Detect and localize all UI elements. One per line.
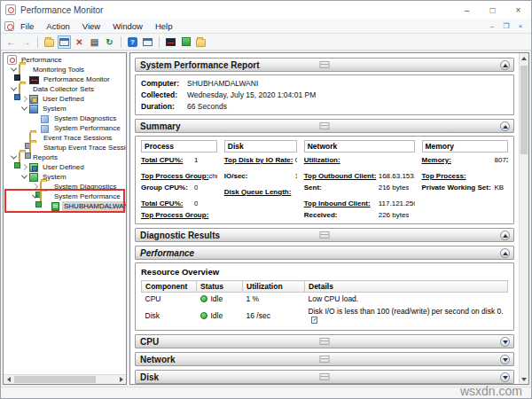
menu-bar: File Action View Window Help – ❐ × (1, 19, 531, 34)
collapse-button[interactable] (500, 121, 510, 131)
scroll-right-icon[interactable] (116, 375, 126, 384)
sidebar-item-system-diagnostics-reports[interactable]: System Diagnostics (4, 182, 126, 192)
mdi-minimize-icon[interactable]: – (485, 22, 499, 30)
section-disk: Disk (135, 370, 514, 384)
sidebar-item-event-trace-sessions[interactable]: Event Trace Sessions (4, 133, 126, 143)
menu-view[interactable]: View (76, 20, 106, 33)
folder-chart-icon (19, 65, 28, 74)
open-log-icon[interactable] (194, 35, 207, 49)
col-status: Status (197, 281, 243, 293)
sidebar-item-user-defined-reports[interactable]: User Defined (4, 162, 126, 172)
duration-value: 66 Seconds (187, 102, 227, 111)
mdi-restore-icon[interactable]: ❐ (499, 22, 513, 30)
sidebar-item-user-defined-dcs[interactable]: User Defined (4, 94, 126, 104)
report-vertical-scrollbar[interactable] (519, 53, 528, 384)
expand-button[interactable] (500, 355, 510, 364)
report-panel: System Performance Report Computer:SHUBH… (129, 52, 529, 385)
menu-action[interactable]: Action (40, 20, 75, 33)
maximize-icon[interactable]: □ (480, 1, 505, 19)
export-list-icon[interactable] (43, 35, 56, 49)
content-area: Performance Monitoring Tools Performance… (1, 51, 531, 387)
start-collector-icon[interactable] (179, 35, 192, 49)
close-icon[interactable]: × (505, 1, 531, 19)
title-bar: Performance Monitor – □ × (1, 1, 531, 19)
section-header-diagnostic-results[interactable]: Diagnostic Results (135, 228, 514, 242)
perfmon-icon (7, 55, 17, 65)
chevron-expanded-icon[interactable] (8, 153, 19, 162)
collapse-button[interactable] (500, 231, 510, 240)
section-header-cpu[interactable]: CPU (135, 334, 514, 348)
chevron-expanded-icon[interactable] (19, 104, 29, 113)
scrollbar-thumb[interactable] (520, 66, 528, 154)
chevron-expanded-icon[interactable] (8, 84, 19, 94)
chevron-expanded-icon[interactable] (19, 172, 29, 182)
section-header-report[interactable]: System Performance Report (135, 58, 514, 72)
col-details: Details (305, 281, 508, 293)
performance-monitor-window: Performance Monitor – □ × File Action Vi… (0, 0, 532, 399)
sidebar-item-monitoring-tools[interactable]: Monitoring Tools (4, 65, 126, 74)
sidebar-item-reports[interactable]: Reports (4, 153, 126, 162)
sidebar-item-system-reports[interactable]: System (4, 172, 126, 182)
back-icon[interactable]: ← (4, 35, 18, 49)
delete-icon[interactable]: ✕ (73, 35, 86, 49)
toolbar-separator (159, 36, 160, 48)
refresh-icon[interactable]: ↻ (103, 35, 116, 49)
scroll-down-icon[interactable] (520, 374, 528, 384)
note-icon[interactable] (311, 317, 317, 324)
table-row-cpu: CPU Idle 1 % Low CPU load. (142, 293, 508, 306)
forward-icon[interactable]: → (20, 35, 33, 49)
collapse-button[interactable] (500, 60, 510, 70)
sidebar-item-system-performance-reports[interactable]: System Performance (4, 192, 126, 201)
section-title: System Performance Report (140, 60, 260, 70)
computer-label: Computer: (141, 79, 187, 88)
sidebar-item-report-shubhamdalwani[interactable]: SHUBHAMDALWANI_20 (4, 201, 126, 211)
section-header-network[interactable]: Network (135, 352, 514, 366)
resource-overview-title: Resource Overview (141, 267, 508, 277)
sidebar-item-system-diagnostics-dcs[interactable]: System Diagnostics (4, 113, 126, 123)
minimize-icon[interactable]: – (454, 1, 480, 19)
section-header-disk[interactable]: Disk (135, 370, 514, 384)
tree-horizontal-scrollbar[interactable] (4, 374, 126, 384)
chevron-expanded-icon[interactable] (8, 65, 19, 74)
scroll-left-icon[interactable] (4, 375, 13, 384)
sidebar-item-system-performance-dcs[interactable]: System Performance (4, 123, 126, 133)
menu-window[interactable]: Window (106, 20, 149, 33)
system-report-icon (29, 173, 38, 182)
expand-button[interactable] (500, 372, 510, 382)
menu-help[interactable]: Help (149, 20, 179, 33)
report-file-icon (51, 202, 59, 211)
section-title: CPU (140, 337, 159, 347)
folder-report-icon (40, 192, 50, 201)
performance-chart-icon[interactable] (164, 35, 177, 49)
section-header-summary[interactable]: Summary (135, 119, 514, 133)
menu-file[interactable]: File (14, 20, 40, 33)
status-green-icon (200, 312, 207, 319)
section-title: Performance (140, 248, 194, 258)
window-title: Performance Monitor (20, 5, 103, 15)
table-icon (320, 122, 330, 129)
toolbar: ← → ✕ ▤ ↻ ? (1, 34, 531, 51)
expander-slot (19, 133, 29, 143)
console-tree-toggle-icon[interactable] (58, 35, 71, 49)
collapse-button[interactable] (500, 248, 510, 258)
cube-icon (41, 115, 49, 123)
properties-icon[interactable]: ▤ (88, 35, 101, 49)
system-collector-icon (29, 105, 38, 113)
expand-button[interactable] (500, 337, 510, 347)
table-icon (320, 356, 330, 363)
column-header: Network (304, 140, 415, 153)
summary-column-disk: Disk Top Disk by IO Rate:0 IO/sec:16 Dis… (224, 140, 297, 220)
mmc-icon (4, 21, 14, 31)
scroll-up-icon[interactable] (520, 53, 528, 63)
current-activity-icon[interactable] (141, 35, 154, 49)
mdi-close-icon[interactable]: × (513, 22, 528, 30)
section-header-performance[interactable]: Performance (135, 246, 514, 260)
summary-body: Process Total CPU%:1 Top Process Group:c… (135, 136, 514, 224)
sidebar-item-system-dcs[interactable]: System (4, 104, 126, 113)
help-icon[interactable]: ? (126, 35, 139, 49)
table-icon (320, 61, 330, 68)
report-area: System Performance Report Computer:SHUBH… (130, 53, 519, 384)
scrollbar-thumb[interactable] (14, 376, 96, 383)
sidebar-item-data-collector-sets[interactable]: Data Collector Sets (4, 84, 126, 94)
chevron-collapsed-icon[interactable] (29, 182, 40, 192)
